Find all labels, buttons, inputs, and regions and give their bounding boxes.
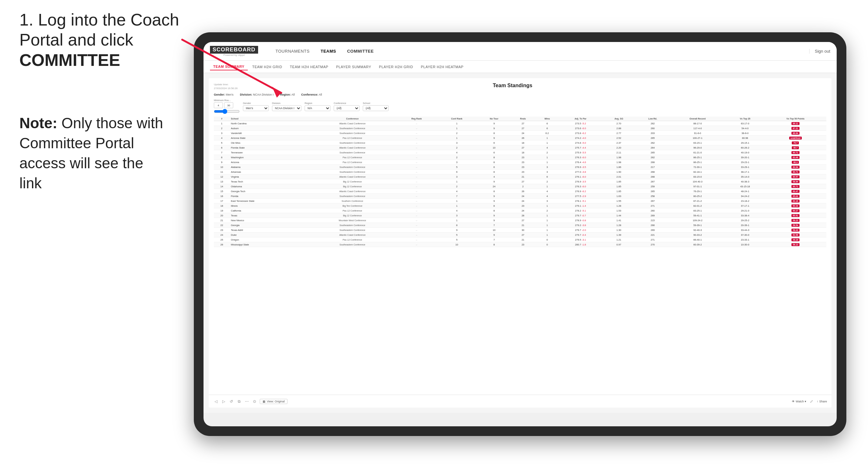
cell-conf-rank: 3 <box>436 160 477 165</box>
cell-rnds: 23 <box>511 242 535 247</box>
cell-rnds: 23 <box>511 165 535 169</box>
cell-points: 48.18 <box>765 238 826 242</box>
time-icon[interactable]: ⊙ <box>252 399 257 404</box>
sub-navigation: TEAM SUMMARY TEAM H2H GRID TEAM H2H HEAT… <box>204 61 837 73</box>
cell-low-rd: 215 <box>636 218 670 223</box>
watch-btn[interactable]: 👁 Watch ▾ <box>792 400 806 403</box>
subnav-player-summary[interactable]: PLAYER SUMMARY <box>333 64 374 70</box>
cell-vs25: 48-24-1 <box>725 189 765 194</box>
rank-from-input[interactable] <box>214 102 223 108</box>
cell-reg-rank: – <box>397 194 436 198</box>
points-badge: 89.11 <box>792 122 799 125</box>
cell-overall: 82-18-1 <box>670 169 725 175</box>
nav-committee[interactable]: COMMITTEE <box>342 47 378 56</box>
cell-conf-rank: 8 <box>436 223 477 228</box>
cell-low-rd: 266 <box>636 223 670 228</box>
cell-low-rd: 267 <box>636 179 670 184</box>
cell-reg-rank: – <box>397 184 436 189</box>
view-original-btn[interactable]: ▦ View: Original <box>260 399 287 404</box>
cell-school: Arkansas <box>230 169 308 175</box>
cell-avg-sg: 2.01 <box>602 175 636 179</box>
region-select[interactable]: N/A <box>305 105 331 111</box>
points-badge: 80.71 <box>792 185 799 188</box>
update-time: Update time: 27/03/2024 16:56:26 <box>214 83 238 90</box>
cell-no-tour: 8 <box>477 242 511 247</box>
cell-overall: 83-25-1 <box>670 208 725 213</box>
cell-points: 89.11 <box>765 121 826 126</box>
cell-conference: Southeastern Conference <box>308 223 397 228</box>
expand-icon[interactable]: ⤢ <box>809 399 814 404</box>
cell-adj: 276.9 -3.5 <box>559 165 602 169</box>
nav-teams[interactable]: TEAMS <box>316 47 340 56</box>
cell-rnds: 2 <box>511 184 535 189</box>
cell-low-rd: 217 <box>636 165 670 169</box>
note-area: Note: Only those with Committee Portal a… <box>20 113 168 193</box>
cell-avg-sg: 1.85 <box>602 189 636 194</box>
division-select[interactable]: NCAA Division I <box>272 105 301 111</box>
next-icon[interactable]: ▷ <box>221 399 226 404</box>
cell-avg-sg: 1.30 <box>602 228 636 232</box>
nav-tournaments[interactable]: TOURNAMENTS <box>271 47 314 56</box>
rank-to-input[interactable] <box>224 102 233 108</box>
cell-low-rd: 268 <box>636 160 670 165</box>
cell-rnds: 23 <box>511 155 535 160</box>
points-badge: 80.57 <box>792 175 799 178</box>
col-low-rd: Low Rd. <box>636 117 670 121</box>
cell-rnds: 18 <box>511 150 535 155</box>
cell-school: Tennessee <box>230 150 308 155</box>
subnav-team-h2h-heatmap[interactable]: TEAM H2H HEATMAP <box>286 64 332 70</box>
cell-points: 60.16 <box>765 198 826 204</box>
school-select[interactable]: (All) <box>363 105 389 111</box>
cell-avg-sg: 1.85 <box>602 179 636 184</box>
cell-points: 60.91 <box>765 213 826 218</box>
cell-vs25: 37-17-1 <box>725 204 765 208</box>
subnav-player-h2h-grid[interactable]: PLAYER H2H GRID <box>376 64 416 70</box>
sign-out-btn[interactable]: Sign out <box>809 49 830 54</box>
cell-school: New Mexico <box>230 218 308 223</box>
cell-avg-sg: 1.28 <box>602 204 636 208</box>
panel-header: Update time: 27/03/2024 16:56:26 Team St… <box>214 83 826 90</box>
cell-wins: 1 <box>535 141 559 145</box>
conference-select[interactable]: (All) <box>334 105 360 111</box>
subnav-player-h2h-heatmap[interactable]: PLAYER H2H HEATMAP <box>418 64 467 70</box>
cell-reg-rank: – <box>397 150 436 155</box>
cell-rank: 26 <box>214 242 230 247</box>
cell-no-tour: 8 <box>477 169 511 175</box>
cell-school: Illinois <box>230 204 308 208</box>
cell-conference: Southeastern Conference <box>308 228 397 232</box>
subnav-team-h2h-grid[interactable]: TEAM H2H GRID <box>249 64 285 70</box>
conference-control: Conference (All) <box>334 102 360 111</box>
cell-reg-rank: – <box>397 232 436 238</box>
cell-overall: 59-39-1 <box>670 223 725 228</box>
cell-school: Georgia Tech <box>230 189 308 194</box>
cell-rank: 19 <box>214 208 230 213</box>
cell-conference: Southeastern Conference <box>308 150 397 155</box>
cell-points: 60.47 <box>765 189 826 194</box>
subnav-team-summary[interactable]: TEAM SUMMARY <box>210 63 248 70</box>
points-badge: 86.64 <box>792 132 799 135</box>
prev-icon[interactable]: ◁ <box>213 399 218 404</box>
cell-points: 58.42 <box>765 228 826 232</box>
cell-wins: 3 <box>535 165 559 169</box>
cell-school: East Tennessee State <box>230 198 308 204</box>
cell-conference: Southeastern Conference <box>308 169 397 175</box>
cell-avg-sg: 2.37 <box>602 141 636 145</box>
cell-conf-rank: 2 <box>436 131 477 136</box>
cell-rnds: 23 <box>511 160 535 165</box>
refresh-icon[interactable]: ↺ <box>229 399 234 404</box>
cell-conference: Pac-12 Conference <box>308 160 397 165</box>
cell-no-tour: 6 <box>477 165 511 169</box>
share-btn[interactable]: ↑ Share <box>817 400 827 403</box>
cell-low-rd: 269 <box>636 228 670 232</box>
cell-avg-sg: 1.98 <box>602 160 636 165</box>
cell-conf-rank: 1 <box>436 218 477 223</box>
rank-slider[interactable] <box>214 109 240 114</box>
more-icon[interactable]: ⋯ <box>244 399 249 404</box>
note-text: Note: Only those with Committee Portal a… <box>20 113 168 193</box>
filter-row: Gender: Men's Division: NCAA Division I … <box>214 93 826 96</box>
copy-icon[interactable]: ⧉ <box>237 399 242 404</box>
cell-overall: 59-41-1 <box>670 213 725 218</box>
gender-select[interactable]: Men's <box>243 105 269 111</box>
cell-vs25: 33-44-3 <box>725 228 765 232</box>
points-badge: 60.34 <box>792 205 799 207</box>
